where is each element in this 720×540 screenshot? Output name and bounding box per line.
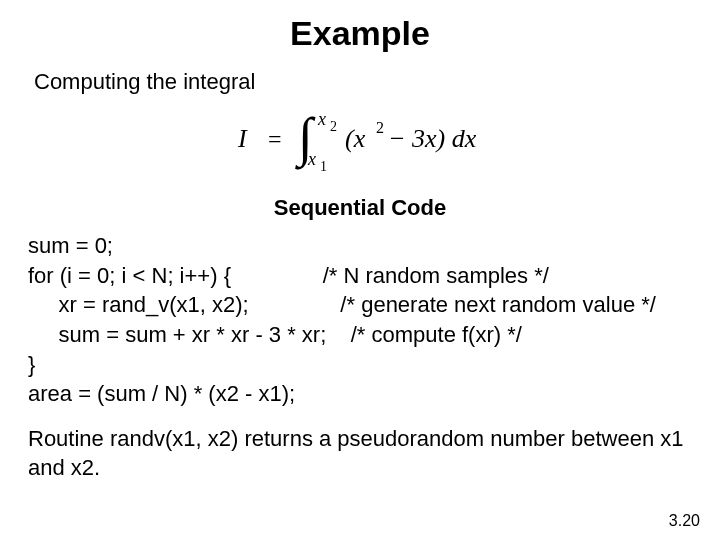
integral-upper: x <box>317 109 326 129</box>
slide: Example Computing the integral I = ∫ x 2… <box>0 0 720 540</box>
code-block: sum = 0; for (i = 0; i < N; i++) { /* N … <box>28 231 692 409</box>
integrand-b: − 3x) dx <box>388 124 477 153</box>
integrand-a: (x <box>345 124 366 153</box>
integral-equation: I = ∫ x 2 x 1 (x 2 − 3x) dx <box>28 103 692 177</box>
section-heading: Sequential Code <box>28 195 692 221</box>
integral-lower-sub: 1 <box>320 159 327 173</box>
routine-note: Routine randv(x1, x2) returns a pseudora… <box>28 425 692 482</box>
page-number: 3.20 <box>669 512 700 530</box>
integrand-exp: 2 <box>376 119 384 136</box>
integral-lhs: I <box>237 124 248 153</box>
integral-eq: = <box>268 126 282 152</box>
subtitle: Computing the integral <box>34 69 692 95</box>
integral-upper-sub: 2 <box>330 119 337 134</box>
integral-svg: I = ∫ x 2 x 1 (x 2 − 3x) dx <box>210 103 510 173</box>
integral-lower: x <box>307 149 316 169</box>
page-title: Example <box>28 14 692 53</box>
